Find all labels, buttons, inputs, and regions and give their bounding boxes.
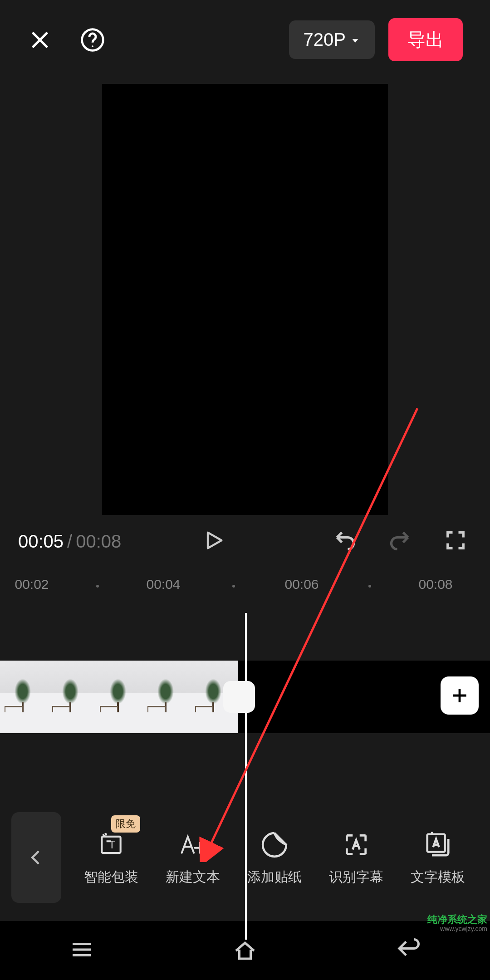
svg-text:T: T [109, 838, 115, 850]
svg-point-1 [92, 45, 93, 47]
tool-new-text[interactable]: 新建文本 [166, 829, 220, 887]
clip-thumbnail [48, 661, 95, 733]
preview-area [0, 79, 490, 519]
clip-thumbnail [95, 661, 143, 733]
tool-smart-package[interactable]: 限免 T 智能包装 [84, 829, 138, 887]
watermark-line2: www.ycwjzy.com [427, 926, 487, 932]
back-button[interactable] [11, 812, 61, 903]
watermark-line1: 纯净系统之家 [427, 914, 487, 925]
redo-icon[interactable] [388, 529, 412, 554]
resolution-label: 720P [304, 29, 346, 50]
total-time: 00:08 [76, 531, 121, 552]
nav-home-icon[interactable] [231, 936, 259, 965]
sticker-icon [260, 829, 289, 861]
nav-menu-icon[interactable] [68, 936, 95, 965]
ruler-mark: 00:04 [146, 577, 180, 592]
undo-icon[interactable] [333, 529, 357, 554]
transition-handle[interactable] [223, 681, 255, 713]
playback-bar: 00:05 / 00:08 [0, 519, 490, 563]
tool-label: 文字模板 [411, 868, 465, 887]
subtitle-icon [342, 829, 370, 861]
timeline-ruler[interactable]: 00:02 00:04 00:06 00:08 [0, 563, 490, 617]
fullscreen-icon[interactable] [444, 529, 467, 554]
ruler-dot [368, 585, 371, 588]
clip-thumbnail [0, 661, 48, 733]
close-icon[interactable] [27, 27, 53, 53]
playhead[interactable] [245, 613, 247, 940]
free-badge: 限免 [111, 815, 140, 833]
tool-label: 智能包装 [84, 868, 138, 887]
export-button[interactable]: 导出 [388, 18, 463, 61]
video-preview[interactable] [102, 84, 388, 515]
playback-right-controls [333, 529, 467, 554]
ruler-mark: 00:06 [284, 577, 318, 592]
clip-thumbnail [143, 661, 191, 733]
tool-sticker[interactable]: 添加贴纸 [247, 829, 302, 887]
header-right: 720P 导出 [289, 18, 463, 61]
tool-label: 添加贴纸 [247, 868, 302, 887]
play-button[interactable] [202, 529, 225, 554]
help-icon[interactable] [80, 27, 105, 53]
smart-package-icon: T [97, 829, 125, 861]
video-clip[interactable] [0, 661, 240, 733]
time-separator: / [67, 531, 72, 552]
ruler-mark: 00:08 [418, 577, 452, 592]
chevron-down-icon [350, 29, 360, 50]
ruler-dot [232, 585, 235, 588]
tools-container: 限免 T 智能包装 新建文本 添加贴纸 识别字幕 [70, 829, 479, 887]
export-label: 导出 [407, 29, 444, 49]
nav-back-icon[interactable] [395, 936, 422, 965]
current-time: 00:05 [18, 531, 64, 552]
tool-text-template[interactable]: 文字模板 [411, 829, 465, 887]
header-bar: 720P 导出 [0, 0, 490, 79]
new-text-icon [179, 829, 207, 861]
resolution-button[interactable]: 720P [289, 20, 375, 59]
text-template-icon [424, 829, 452, 861]
tool-label: 新建文本 [166, 868, 220, 887]
tool-label: 识别字幕 [329, 868, 383, 887]
ruler-mark: 00:02 [15, 577, 49, 592]
ruler-dot [96, 585, 99, 588]
tool-subtitle[interactable]: 识别字幕 [329, 829, 383, 887]
add-clip-button[interactable] [441, 676, 479, 715]
watermark: 纯净系统之家 www.ycwjzy.com [427, 914, 487, 932]
